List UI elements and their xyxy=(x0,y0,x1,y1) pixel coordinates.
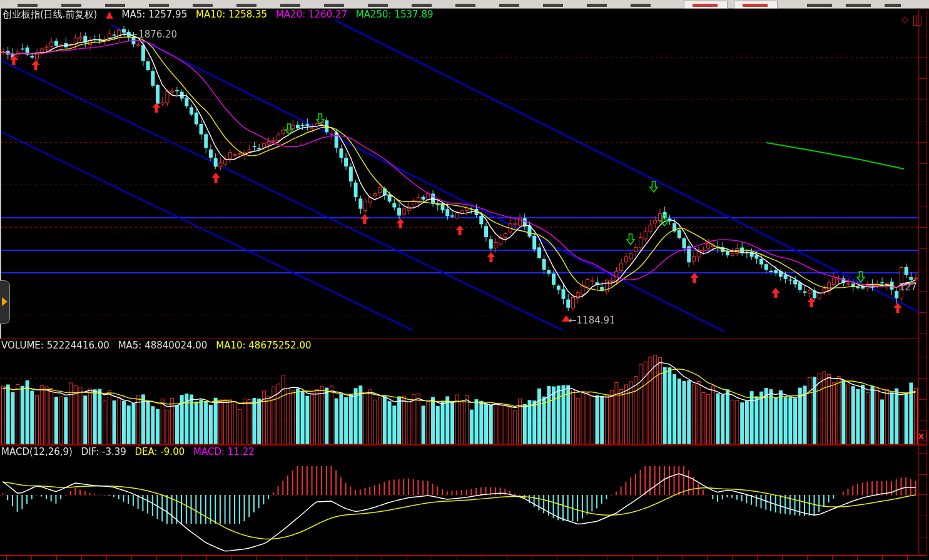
high-price-annotation: ←~1876.20 xyxy=(123,29,177,40)
diamond-icon[interactable]: ◇ xyxy=(901,14,909,25)
macd-chart-canvas[interactable] xyxy=(0,445,929,560)
volume-panel-header: VOLUME: 52224416.00 MA5: 48840024.00 MA1… xyxy=(1,340,317,351)
last-price-label: 127 xyxy=(899,282,917,293)
expand-arrow-icon xyxy=(2,297,8,306)
split-view-icon-divider xyxy=(916,16,917,25)
menu-bar xyxy=(0,0,929,9)
dif-value: DIF: -3.39 xyxy=(81,446,126,457)
sidebar-expand-handle[interactable] xyxy=(0,280,10,324)
chart-title: 创业板指(日线.前复权) xyxy=(3,9,97,20)
volume-ma5-value: MA5: 48840024.00 xyxy=(118,340,208,351)
main-chart-header: 创业板指(日线.前复权) ▲ MA5: 1257.95 MA10: 1258.3… xyxy=(3,9,439,21)
ma20-value: MA20: 1260.27 xyxy=(276,9,347,20)
toolbar-button-label-clipped xyxy=(693,4,718,7)
ma10-value: MA10: 1258.35 xyxy=(196,9,267,20)
trend-up-arrow-icon: ▲ xyxy=(106,9,113,20)
trading-app-window: 创业板指(日线.前复权) ▲ MA5: 1257.95 MA10: 1258.3… xyxy=(0,0,929,560)
volume-ma10-value: MA10: 48675252.00 xyxy=(216,340,311,351)
dea-value: DEA: -9.00 xyxy=(135,446,185,457)
macd-panel-header: MACD(12,26,9) DIF: -3.39 DEA: -9.00 MACD… xyxy=(1,446,260,457)
macd-name: MACD(12,26,9) xyxy=(1,446,73,457)
volume-chart-canvas[interactable] xyxy=(0,339,929,445)
split-view-icon[interactable] xyxy=(913,16,921,26)
low-price-annotation: ←1184.91 xyxy=(569,315,616,326)
ma5-value: MA5: 1257.95 xyxy=(122,9,188,20)
menu-bar-clipped-text xyxy=(18,4,674,7)
macd-value: MACD: 11.22 xyxy=(193,446,255,457)
volume-value: VOLUME: 52224416.00 xyxy=(1,340,109,351)
ma250-value: MA250: 1537.89 xyxy=(356,9,434,20)
toolbar-button-label-clipped xyxy=(743,4,768,7)
close-indicator-button[interactable]: X xyxy=(916,430,926,442)
menu-bar-clipped-text xyxy=(807,4,901,7)
main-chart-canvas[interactable] xyxy=(0,8,929,339)
